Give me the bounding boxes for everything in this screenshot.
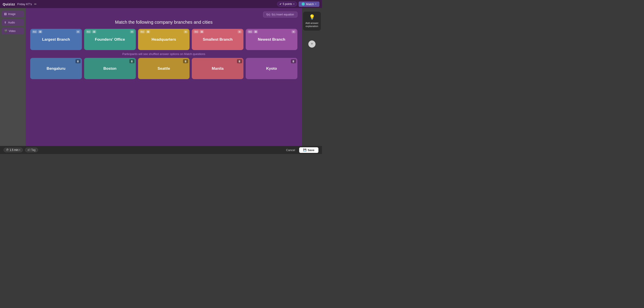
card-formula-btn-3[interactable]: f(x) [194,30,199,33]
center-content: f(x) f(x) Insert equation Match the foll… [26,8,302,146]
right-panel: 💡 Add answer explanation + [302,8,322,146]
insert-equation-bar: f(x) f(x) Insert equation [30,12,298,17]
top-card-label-2: Headquarters [152,37,176,42]
topbar-left: Quizizz Friday KT's ✏ [3,2,37,6]
card-toolbar-3: f(x) 🖼 ⊞ [194,30,242,33]
top-card-2[interactable]: f(x) 🖼 ⊞ Headquarters [138,29,190,50]
bottom-card-label-0: Bengaluru [46,66,65,71]
card-image-btn-2[interactable]: 🖼 [146,30,150,33]
time-selector[interactable]: ⏱ 1.5 min ▾ [4,148,23,152]
top-card-label-4: Newest Branch [258,37,285,42]
bottom-card-0[interactable]: 🗑 Bengaluru [30,58,82,79]
add-answer-explanation-button[interactable]: 💡 Add answer explanation [303,12,321,31]
left-sidebar: 🖼 Image 🎙 Audio 🎬 Video [0,8,26,146]
timer-icon: ⏱ [6,148,9,152]
question-text: Match the following company branches and… [30,20,298,25]
video-button[interactable]: 🎬 Video [2,28,24,34]
points-dropdown-arrow: ▾ [293,3,294,5]
bottombar-right: Cancel 💾 Save [284,147,318,153]
match-type-label: Match [306,2,314,6]
card-toolbar-left-3: f(x) 🖼 [194,30,204,33]
delete-card-4[interactable]: 🗑 [291,59,296,63]
match-dropdown-arrow: ▾ [315,3,316,5]
top-card-1[interactable]: f(x) 🖼 ⊞ Founders' Office [84,29,136,50]
save-label: Save [308,148,314,152]
card-toolbar-left-4: f(x) 🖼 [248,30,258,33]
delete-card-2[interactable]: 🗑 [183,59,188,63]
points-label: 5 points [283,2,292,5]
card-toolbar-2: f(x) 🖼 ⊞ [140,30,188,33]
edit-icon[interactable]: ✏ [34,2,37,6]
card-grid-btn-2[interactable]: ⊞ [184,30,188,33]
bottom-card-2[interactable]: 🗑 Seattle [138,58,190,79]
save-icon: 💾 [303,148,306,152]
top-card-label-0: Largest Branch [42,37,70,42]
image-icon: 🖼 [4,12,7,16]
tag-label: Tag [31,148,35,152]
card-image-btn-4[interactable]: 🖼 [254,30,258,33]
insert-equation-label: f(x) Insert equation [272,13,294,16]
card-formula-btn-4[interactable]: f(x) [248,30,253,33]
card-toolbar-4: f(x) 🖼 ⊞ [248,30,296,33]
topbar-right: ✔ 5 points ▾ Match ▾ [277,1,319,7]
bottom-card-label-3: Manila [212,66,224,71]
audio-label: Audio [8,21,15,24]
card-image-btn-1[interactable]: 🖼 [92,30,96,33]
card-toolbar-1: f(x) 🖼 ⊞ [86,30,134,33]
time-label: 1.5 min [10,148,18,152]
video-icon: 🎬 [4,29,8,33]
top-card-3[interactable]: f(x) 🖼 ⊞ Smallest Branch [192,29,244,50]
top-navigation-bar: Quizizz Friday KT's ✏ ✔ 5 points ▾ Match… [0,0,322,8]
card-formula-btn-1[interactable]: f(x) [86,30,91,33]
card-grid-btn-4[interactable]: ⊞ [292,30,296,33]
check-icon: ✔ [280,2,282,5]
insert-equation-button[interactable]: f(x) f(x) Insert equation [263,12,298,17]
top-cards-row: f(x) 🖼 ⊞ Largest Branch f(x) 🖼 ⊞ Founder… [30,29,298,50]
main-area: 🖼 Image 🎙 Audio 🎬 Video f(x) f(x) Insert… [0,8,322,146]
card-grid-btn-0[interactable]: ⊞ [76,30,80,33]
bottom-card-3[interactable]: 🗑 Manila [192,58,244,79]
card-toolbar-left-2: f(x) 🖼 [140,30,150,33]
equation-icon: f(x) [266,13,270,16]
bottom-card-label-1: Boston [104,66,116,71]
bottom-card-1[interactable]: 🗑 Boston [84,58,136,79]
card-toolbar-left-1: f(x) 🖼 [86,30,96,33]
save-button[interactable]: 💾 Save [299,147,318,153]
card-grid-btn-3[interactable]: ⊞ [238,30,242,33]
match-type-icon [302,2,305,5]
card-formula-btn-2[interactable]: f(x) [140,30,145,33]
bottom-toolbar: ⏱ 1.5 min ▾ 🏷 Tag Cancel 💾 Save [0,146,322,154]
card-toolbar-0: f(x) 🖼 ⊞ [32,30,80,33]
video-label: Video [9,29,16,33]
card-formula-btn-0[interactable]: f(x) [32,30,37,33]
shuffle-note: Participants will see shuffled answer op… [30,52,298,56]
cancel-button[interactable]: Cancel [284,148,297,153]
add-card-button[interactable]: + [308,40,316,48]
card-image-btn-3[interactable]: 🖼 [200,30,204,33]
bottom-card-label-2: Seattle [158,66,170,71]
quizizz-logo: Quizizz [3,2,15,6]
tag-icon: 🏷 [28,148,30,152]
audio-icon: 🎙 [4,21,7,24]
bottom-cards-row: 🗑 Bengaluru 🗑 Boston 🗑 Seattle 🗑 Manila … [30,58,298,79]
delete-card-1[interactable]: 🗑 [129,59,134,63]
match-type-selector[interactable]: Match ▾ [299,1,319,7]
image-label: Image [8,12,16,16]
image-button[interactable]: 🖼 Image [2,11,24,17]
bottom-card-4[interactable]: 🗑 Kyoto [246,58,298,79]
audio-button[interactable]: 🎙 Audio [2,19,24,26]
points-selector[interactable]: ✔ 5 points ▾ [277,1,297,6]
top-card-label-3: Smallest Branch [203,37,232,42]
quiz-title: Friday KT's [17,2,32,6]
bottom-card-label-4: Kyoto [266,66,277,71]
top-card-0[interactable]: f(x) 🖼 ⊞ Largest Branch [30,29,82,50]
add-answer-label: Add answer explanation [305,21,319,28]
bottombar-left: ⏱ 1.5 min ▾ 🏷 Tag [4,148,38,152]
card-toolbar-left-0: f(x) 🖼 [32,30,42,33]
card-grid-btn-1[interactable]: ⊞ [130,30,134,33]
delete-card-3[interactable]: 🗑 [237,59,242,63]
tag-button[interactable]: 🏷 Tag [25,148,38,152]
top-card-4[interactable]: f(x) 🖼 ⊞ Newest Branch [246,29,298,50]
delete-card-0[interactable]: 🗑 [76,59,80,63]
card-image-btn-0[interactable]: 🖼 [38,30,42,33]
